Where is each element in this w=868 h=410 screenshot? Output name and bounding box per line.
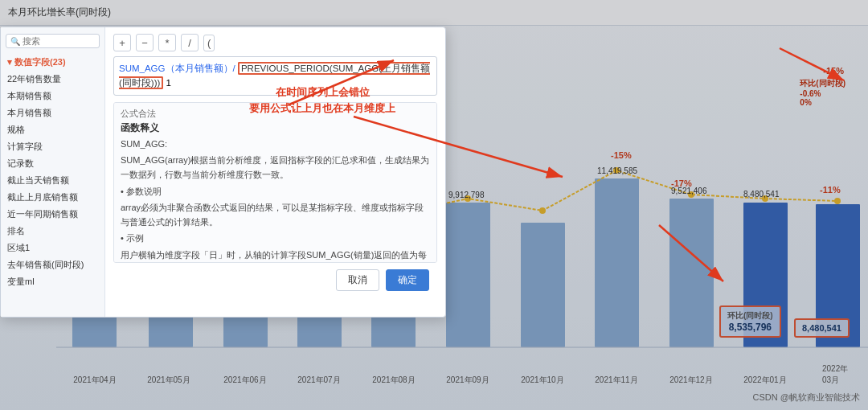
formula-help-line-0: SUM_AGG:	[121, 137, 430, 152]
field-section-title: ▾ 数值字段(23)	[1, 51, 104, 71]
formula-help: 公式合法 函数释义 SUM_AGG: SUM_AGG(array)根据当前分析维…	[113, 102, 437, 263]
formula-help-line-2: • 参数说明	[121, 185, 430, 199]
search-input[interactable]	[23, 36, 87, 46]
modal-dialog: 🔍 ▾ 数值字段(23) 22年销售数量 本期销售额 本月销售额 规格 计算字段…	[0, 27, 446, 318]
formula-help-line-4: • 示例	[121, 232, 430, 246]
minus-button[interactable]: −	[136, 34, 154, 51]
divide-button[interactable]: /	[181, 34, 199, 51]
field-item-12[interactable]: 变量ml	[1, 273, 104, 290]
field-item-5[interactable]: 记录数	[1, 155, 104, 172]
cancel-button[interactable]: 取消	[336, 269, 379, 291]
field-item-7[interactable]: 截止上月底销售额	[1, 189, 104, 206]
search-icon: 🔍	[10, 37, 20, 46]
formula-help-subtitle: 函数释义	[121, 122, 430, 134]
paren-button[interactable]: (	[203, 35, 215, 51]
confirm-button[interactable]: 确定	[386, 269, 429, 291]
field-item-1[interactable]: 本期销售额	[1, 88, 104, 105]
field-item-10[interactable]: 区域1	[1, 240, 104, 256]
field-item-6[interactable]: 截止当天销售额	[1, 172, 104, 189]
formula-help-line-3: array必须为非聚合函数公式返回的结果，可以是某指标字段、维度或指标字段与普通…	[121, 201, 430, 229]
field-list: 22年销售数量 本期销售额 本月销售额 规格 计算字段 记录数 截止当天销售额 …	[1, 71, 104, 293]
annotation-text: 在时间序列上会错位 要用公式让上月也在本月维度上	[249, 84, 395, 116]
field-item-9[interactable]: 排名	[1, 223, 104, 240]
search-section: 🔍	[1, 27, 104, 51]
modal-main: + − * / ( SUM_AGG（本月销售额）/ PREVIOUS_PERIO…	[105, 27, 445, 317]
formula-part-1: SUM_AGG（本月销售额）/	[119, 64, 235, 73]
formula-help-line-1: SUM_AGG(array)根据当前分析维度，返回指标字段的汇总求和值，生成结果…	[121, 154, 430, 182]
formula-help-line-5: 用户横轴为维度字段「日」时，从轴的计算字段SUM_AGG(销量)返回的值为每日的…	[121, 248, 430, 263]
formula-part-3: 1	[166, 78, 171, 88]
field-item-8[interactable]: 近一年同期销售额	[1, 206, 104, 223]
search-wrap[interactable]: 🔍	[6, 34, 100, 48]
field-item-2[interactable]: 本月销售额	[1, 105, 104, 121]
modal-footer: 取消 确定	[113, 263, 437, 297]
field-item-3[interactable]: 规格	[1, 121, 104, 138]
field-item-11[interactable]: 去年销售额(同时段)	[1, 256, 104, 273]
modal-sidebar: 🔍 ▾ 数值字段(23) 22年销售数量 本期销售额 本月销售额 规格 计算字段…	[1, 27, 105, 317]
field-item-0[interactable]: 22年销售数量	[1, 71, 104, 88]
formula-toolbar: + − * / (	[113, 34, 437, 51]
multiply-button[interactable]: *	[158, 34, 176, 51]
plus-button[interactable]: +	[113, 34, 131, 51]
field-item-4[interactable]: 计算字段	[1, 138, 104, 155]
